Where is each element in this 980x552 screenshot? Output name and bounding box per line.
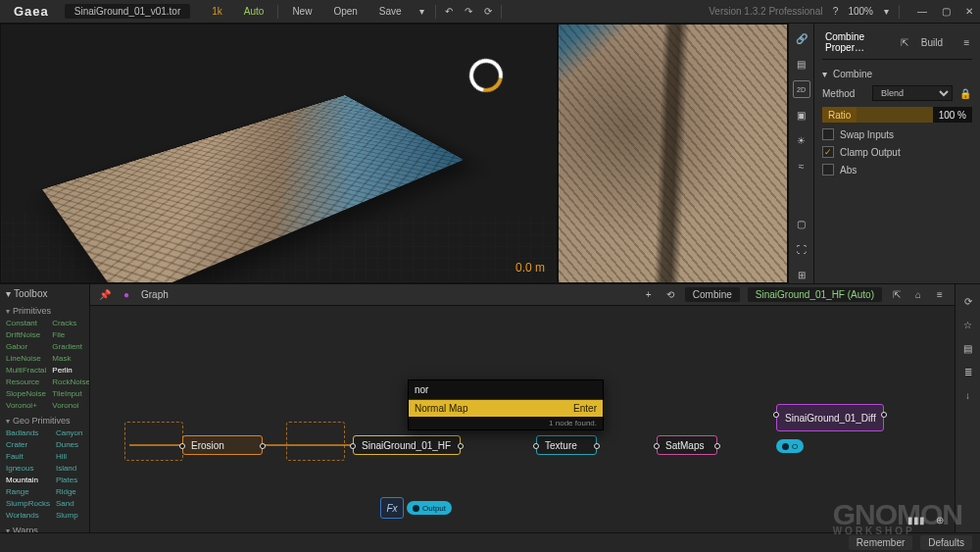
toolbox-item[interactable]: Ridge	[56, 486, 83, 498]
fx-output-pill[interactable]: Output	[407, 501, 452, 515]
new-button[interactable]: New	[284, 4, 319, 19]
ratio-slider[interactable]: Ratio 100 %	[822, 107, 972, 123]
barcode-icon[interactable]: ▮▮▮	[909, 513, 923, 527]
toolbox-item[interactable]: Perlin	[52, 365, 90, 376]
toolbox-title[interactable]: Toolbox	[14, 288, 47, 299]
toolbox-item[interactable]: Igneous	[6, 463, 50, 475]
arrow-down-icon[interactable]: ↓	[961, 388, 975, 402]
toolbox-item[interactable]: Dunes	[56, 439, 83, 451]
database-icon[interactable]: ≣	[961, 365, 975, 378]
toolbox-item[interactable]: Fault	[6, 451, 50, 463]
water-icon[interactable]: ≈	[793, 157, 810, 175]
toolbox-item[interactable]: DriftNoise	[6, 329, 46, 341]
toolbox-item[interactable]: Mask	[52, 353, 90, 365]
swap-inputs-checkbox[interactable]	[822, 128, 834, 140]
toolbox-item[interactable]: Voronoi+	[6, 400, 46, 412]
maximize-icon[interactable]: ▢	[939, 5, 953, 19]
undo-icon[interactable]: ↶	[442, 5, 456, 19]
close-icon[interactable]: ✕	[962, 5, 976, 19]
refresh-icon[interactable]: ⟳	[481, 5, 495, 19]
plus-icon[interactable]: +	[642, 288, 656, 302]
toolbox-item[interactable]: Mountain	[6, 475, 50, 486]
abs-checkbox[interactable]	[822, 164, 834, 176]
node-search-result[interactable]: Normal MapEnter	[409, 400, 603, 417]
viewport-top[interactable]	[558, 24, 788, 283]
mode-2d-button[interactable]: 2D	[793, 80, 810, 98]
method-select[interactable]: Blend	[872, 85, 953, 101]
refresh-icon[interactable]: ⟳	[961, 294, 975, 308]
layers-icon[interactable]: ▤	[793, 55, 810, 73]
node-satmaps[interactable]: SatMaps	[657, 435, 717, 455]
redo-icon[interactable]: ↷	[462, 5, 475, 19]
graph-tab[interactable]: Graph	[141, 289, 169, 300]
toolbox-item[interactable]: Island	[56, 463, 83, 475]
menu-icon[interactable]: ≡	[961, 35, 972, 49]
save-button[interactable]: Save	[371, 4, 410, 19]
toolbox-item[interactable]: Crater	[6, 439, 50, 451]
toolbox-item[interactable]: Constant	[6, 318, 46, 329]
node-erosion[interactable]: Erosion	[182, 435, 263, 455]
toolbox-item[interactable]: File	[52, 329, 90, 341]
toolbox-warps-header[interactable]: Warps	[6, 522, 83, 532]
breadcrumb-output[interactable]: SinaiGround_01_HF (Auto)	[748, 287, 882, 302]
toolbox-item[interactable]: Hill	[56, 451, 83, 463]
toolbox-item[interactable]: Voronoi	[52, 400, 90, 412]
toolbox-item[interactable]: Gradient	[52, 341, 90, 353]
pin-icon[interactable]: 📌	[98, 288, 112, 302]
toolbox-item[interactable]: MultiFractal	[6, 365, 46, 376]
node-texture[interactable]: Texture	[536, 435, 597, 455]
toolbox-item[interactable]: Resource	[6, 376, 46, 388]
toolbox-item[interactable]: SlumpRocks	[6, 498, 50, 510]
node-diff[interactable]: SinaiGround_01_Diff	[776, 404, 884, 431]
toolbox-item[interactable]: Plates	[56, 475, 83, 486]
filename[interactable]: SinaiGround_01_v01.tor	[65, 4, 190, 19]
link-icon[interactable]: ⟲	[663, 288, 677, 302]
toolbox-item[interactable]: RockNoise	[52, 376, 90, 388]
defaults-button[interactable]: Defaults	[920, 535, 972, 550]
clamp-output-checkbox[interactable]	[822, 146, 834, 158]
resolution-button[interactable]: 1k	[204, 4, 230, 19]
lock-icon[interactable]: 🔒	[958, 86, 972, 100]
toolbox-geo-header[interactable]: Geo Primitives	[6, 412, 83, 427]
toolbox-item[interactable]: Gabor	[6, 341, 46, 353]
chevron-down-icon[interactable]: ▾	[416, 5, 429, 19]
home-icon[interactable]: ⌂	[911, 288, 925, 302]
export-icon[interactable]: ⇱	[900, 35, 910, 49]
tab-build[interactable]: Build	[918, 35, 946, 50]
bookmark-icon[interactable]: ☆	[961, 318, 975, 331]
breadcrumb-combine[interactable]: Combine	[685, 287, 740, 302]
open-button[interactable]: Open	[325, 4, 365, 19]
toolbox-item[interactable]: Badlands	[6, 427, 50, 439]
focus-icon[interactable]: ▢	[793, 215, 810, 232]
grid-icon[interactable]: ⊞	[793, 266, 810, 283]
layers-icon[interactable]: ▤	[961, 341, 975, 355]
node-hf[interactable]: SinaiGround_01_HF	[353, 435, 461, 455]
toolbox-item[interactable]: SlopeNoise	[6, 388, 46, 400]
add-node-icon[interactable]: ⊕	[933, 513, 947, 527]
sun-icon[interactable]: ☀	[793, 131, 810, 149]
node-search-input[interactable]	[409, 380, 603, 400]
chevron-down-icon[interactable]: ▾	[879, 5, 893, 19]
toolbox-item[interactable]: Cracks	[52, 318, 90, 329]
link-icon[interactable]: 🔗	[793, 29, 810, 47]
zoom-text[interactable]: 100%	[848, 6, 873, 17]
toolbox-item[interactable]: Worlands	[6, 510, 50, 522]
tab-combine-properties[interactable]: Combine Proper…	[822, 29, 892, 55]
graph-canvas[interactable]: Erosion SinaiGround_01_HF Texture SatMap…	[90, 306, 955, 532]
toolbox-item[interactable]: Sand	[56, 498, 83, 510]
section-label[interactable]: Combine	[833, 69, 872, 79]
toolbox-primitives-header[interactable]: Primitives	[6, 302, 83, 318]
node-port-chip[interactable]: O	[776, 439, 804, 453]
toolbox-item[interactable]: TileInput	[52, 388, 90, 400]
menu-icon[interactable]: ≡	[933, 288, 947, 302]
remember-button[interactable]: Remember	[849, 535, 912, 550]
mode-button[interactable]: Auto	[236, 4, 272, 19]
display-mode-icon[interactable]: ▣	[793, 106, 810, 124]
viewport-3d[interactable]: 0.0 m	[0, 24, 558, 283]
toolbox-item[interactable]: Slump	[56, 510, 83, 522]
minimize-icon[interactable]: —	[915, 5, 929, 19]
node-fx[interactable]: Fx	[380, 497, 404, 519]
expand-icon[interactable]: ⛶	[793, 240, 810, 258]
help-icon[interactable]: ?	[828, 5, 842, 19]
toolbox-item[interactable]: LineNoise	[6, 353, 46, 365]
